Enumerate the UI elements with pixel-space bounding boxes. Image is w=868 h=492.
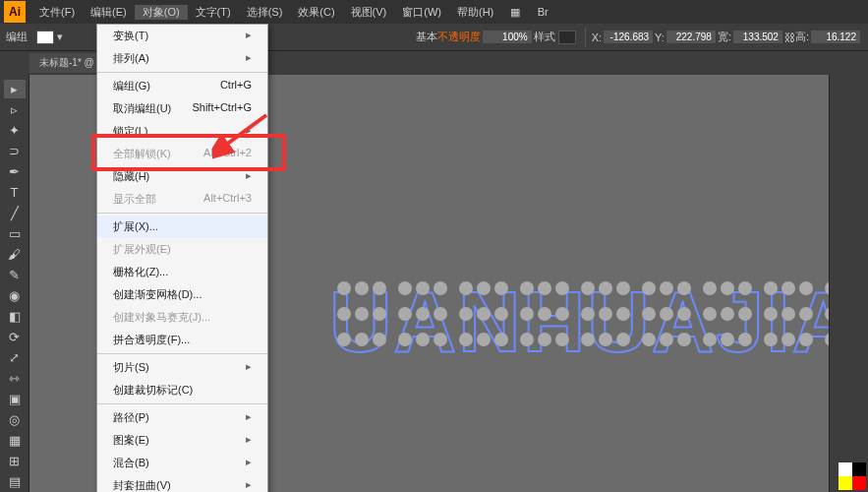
menu-item[interactable]: 扩展(X)...: [97, 215, 267, 238]
y-input[interactable]: 222.798: [666, 31, 716, 43]
menu-effect[interactable]: 效果(C): [290, 5, 342, 20]
menu-item[interactable]: 混合(B): [97, 452, 267, 474]
art-dot: [616, 333, 630, 346]
art-dot: [599, 281, 612, 295]
menu-item[interactable]: 隐藏(H): [97, 165, 267, 188]
svg-line-0: [222, 115, 266, 148]
art-dot: [434, 281, 447, 295]
art-dot: [660, 333, 673, 346]
perspective-tool[interactable]: ▦: [4, 431, 26, 450]
style-swatch[interactable]: [558, 31, 576, 44]
art-dot: [799, 307, 813, 321]
menu-item[interactable]: 封套扭曲(V): [97, 474, 267, 492]
menu-item[interactable]: 图案(E): [97, 429, 267, 452]
w-label: 宽:: [718, 30, 731, 44]
menu-edit[interactable]: 编辑(E): [83, 5, 135, 20]
menu-divider: [97, 353, 267, 354]
rectangle-tool[interactable]: ▭: [4, 224, 26, 243]
menu-object[interactable]: 对象(O): [135, 5, 188, 20]
x-label: X:: [592, 31, 602, 43]
menu-file[interactable]: 文件(F): [31, 5, 83, 20]
shape-builder-tool[interactable]: ◎: [4, 410, 26, 429]
line-tool[interactable]: ╱: [4, 204, 26, 222]
menu-item[interactable]: 创建裁切标记(C): [97, 379, 267, 401]
menu-select[interactable]: 选择(S): [239, 5, 291, 20]
art-dot: [337, 307, 351, 321]
magic-wand-tool[interactable]: ✦: [4, 121, 26, 140]
direct-select-tool[interactable]: ▹: [4, 100, 26, 119]
link-icon[interactable]: ⛓: [784, 31, 795, 43]
scale-tool[interactable]: ⤢: [4, 348, 26, 367]
menu-divider: [97, 72, 267, 73]
menu-item-shortcut: Alt+Ctrl+3: [203, 192, 252, 207]
width-tool[interactable]: ⇿: [4, 369, 26, 388]
menu-item-label: 排列(A): [113, 51, 149, 66]
art-dot: [677, 333, 691, 346]
free-transform-tool[interactable]: ▣: [4, 390, 26, 408]
menu-item[interactable]: 路径(P): [97, 406, 267, 429]
menu-type[interactable]: 文字(T): [188, 5, 239, 20]
type-tool[interactable]: T: [4, 183, 26, 202]
gradient-tool[interactable]: ▤: [4, 472, 26, 491]
art-dot: [355, 281, 369, 295]
art-dot: [398, 333, 412, 346]
menu-item-label: 切片(S): [113, 360, 149, 375]
menu-item[interactable]: 拼合透明度(F)...: [97, 329, 267, 351]
opacity-input[interactable]: 100%: [483, 31, 532, 43]
lasso-tool[interactable]: ⊃: [4, 142, 26, 160]
rotate-tool[interactable]: ⟳: [4, 328, 26, 346]
menu-item[interactable]: 排列(A): [97, 47, 267, 70]
pencil-tool[interactable]: ✎: [4, 266, 26, 284]
menu-item[interactable]: 切片(S): [97, 356, 267, 379]
art-dot: [494, 333, 508, 346]
art-dot: [721, 307, 734, 321]
bridge-icon[interactable]: Br: [532, 1, 553, 23]
art-dot: [799, 281, 813, 295]
menu-item[interactable]: 变换(T): [97, 25, 267, 47]
art-dot: [416, 307, 430, 321]
menu-divider: [97, 213, 267, 214]
eraser-tool[interactable]: ◧: [4, 307, 26, 326]
art-dot: [459, 281, 473, 295]
selection-type-label: 编组: [6, 30, 28, 44]
art-dot: [581, 307, 595, 321]
art-dot: [764, 307, 778, 321]
art-dot: [555, 281, 569, 295]
chevron-down-icon[interactable]: ▾: [57, 31, 63, 43]
art-dot: [642, 333, 656, 346]
layout-icon[interactable]: ▦: [504, 1, 526, 23]
art-dot: [337, 281, 351, 295]
pen-tool[interactable]: ✒: [4, 162, 26, 181]
menu-item[interactable]: 创建渐变网格(D)...: [97, 283, 267, 306]
art-dot: [660, 307, 673, 321]
menu-item[interactable]: 编组(G)Ctrl+G: [97, 75, 267, 97]
fill-swatch[interactable]: [36, 31, 54, 44]
art-dot: [477, 333, 491, 346]
panel-dock[interactable]: [829, 75, 868, 492]
opacity-label: 不透明度: [437, 30, 481, 44]
w-input[interactable]: 133.502: [733, 31, 782, 43]
art-dot: [538, 307, 551, 321]
selection-tool[interactable]: ▸: [4, 80, 26, 98]
blob-brush-tool[interactable]: ◉: [4, 286, 26, 305]
art-dot: [538, 281, 551, 295]
menu-item[interactable]: 栅格化(Z)...: [97, 261, 267, 283]
brush-tool[interactable]: 🖌: [4, 245, 26, 264]
x-input[interactable]: -126.683: [604, 31, 653, 43]
art-dot: [459, 307, 473, 321]
art-dot: [520, 281, 534, 295]
art-dot: [355, 307, 369, 321]
annotation-arrow-icon: [212, 110, 271, 159]
art-dot: [703, 307, 717, 321]
art-dot: [616, 307, 630, 321]
menu-item-label: 扩展(X)...: [113, 219, 158, 234]
menu-help[interactable]: 帮助(H): [449, 5, 501, 20]
menu-item-label: 扩展外观(E): [113, 242, 171, 257]
h-input[interactable]: 16.122: [811, 31, 860, 43]
menu-item-label: 显示全部: [113, 192, 156, 207]
mesh-tool[interactable]: ⊞: [4, 452, 26, 470]
basic-label: 基本: [416, 30, 437, 44]
menu-view[interactable]: 视图(V): [343, 5, 395, 20]
menu-window[interactable]: 窗口(W): [394, 5, 449, 20]
art-dot: [781, 307, 795, 321]
